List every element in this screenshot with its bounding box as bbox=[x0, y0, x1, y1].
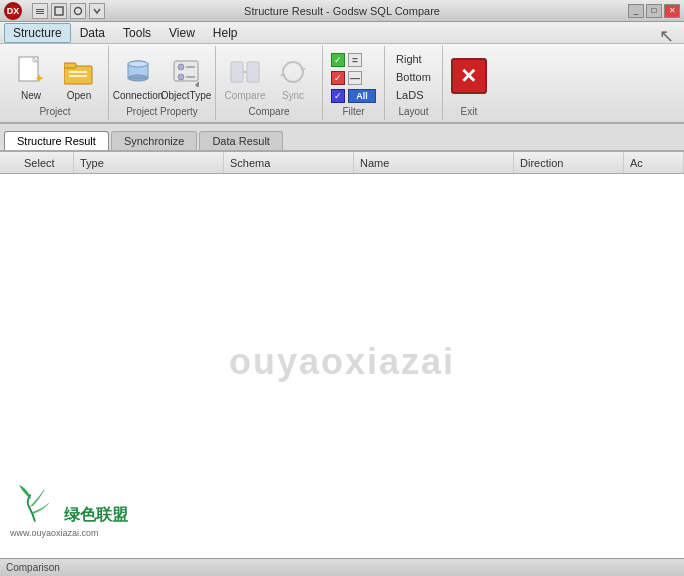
logo-url: www.ouyaoxiazai.com bbox=[10, 528, 99, 538]
svg-point-18 bbox=[178, 64, 184, 70]
projectproperty-group-label: Project Property bbox=[109, 106, 215, 117]
filter-red-button[interactable]: ✓ bbox=[331, 71, 345, 85]
menu-data[interactable]: Data bbox=[71, 23, 114, 43]
svg-text:✦: ✦ bbox=[35, 73, 44, 84]
exit-group-label: Exit bbox=[443, 106, 495, 117]
filter-row-1: ✓ = bbox=[331, 53, 376, 67]
window-controls: _ □ ✕ bbox=[628, 4, 680, 18]
svg-rect-8 bbox=[64, 66, 92, 84]
col-ac: Ac bbox=[624, 152, 684, 173]
layout-right-button[interactable]: Right bbox=[391, 51, 427, 67]
logo-plant: 绿色联盟 bbox=[10, 481, 128, 526]
maximize-button[interactable]: □ bbox=[646, 4, 662, 18]
toolbar-filter-group: ✓ = ✓ — ✓ bbox=[323, 46, 385, 120]
open-button[interactable]: Open bbox=[57, 48, 101, 108]
menu-structure[interactable]: Structure bbox=[4, 23, 71, 43]
toolbar-compare-group: Compare Sync Compare bbox=[216, 46, 323, 120]
svg-rect-3 bbox=[55, 7, 63, 15]
toolbar-exit-group: ✕ Exit bbox=[443, 46, 495, 120]
sync-label: Sync bbox=[282, 90, 304, 101]
new-label: New bbox=[21, 90, 41, 101]
titlebar-icon-2[interactable] bbox=[51, 3, 67, 19]
status-text: Comparison bbox=[6, 562, 60, 573]
menu-tools[interactable]: Tools bbox=[114, 23, 160, 43]
col-direction: Direction bbox=[514, 152, 624, 173]
bottom-watermark: 绿色联盟 www.ouyaoxiazai.com bbox=[10, 481, 128, 538]
titlebar-icon-1[interactable] bbox=[32, 3, 48, 19]
tab-synchronize[interactable]: Synchronize bbox=[111, 131, 198, 150]
layout-lads-button[interactable]: LaDS bbox=[391, 87, 429, 103]
filter-row-2: ✓ — bbox=[331, 71, 376, 85]
layout-group-label: Layout bbox=[385, 106, 442, 117]
filter-equals-button[interactable]: = bbox=[348, 53, 362, 67]
titlebar-icon-4[interactable] bbox=[89, 3, 105, 19]
filter-dash-button[interactable]: — bbox=[348, 71, 362, 85]
open-label: Open bbox=[67, 90, 91, 101]
connection-button[interactable]: Connection bbox=[116, 48, 160, 108]
menu-view[interactable]: View bbox=[160, 23, 204, 43]
plant-icon bbox=[10, 481, 60, 526]
svg-marker-26 bbox=[300, 68, 306, 72]
svg-marker-27 bbox=[280, 72, 286, 76]
new-button[interactable]: ✦ New bbox=[9, 48, 53, 108]
tab-data-result[interactable]: Data Result bbox=[199, 131, 282, 150]
col-type: Type bbox=[74, 152, 224, 173]
svg-marker-22 bbox=[195, 81, 199, 87]
menu-bar: Structure Data Tools View Help bbox=[0, 22, 684, 44]
toolbar: ✦ New Open bbox=[0, 44, 684, 124]
svg-rect-23 bbox=[231, 62, 243, 82]
app-logo: DX bbox=[4, 2, 22, 20]
svg-rect-17 bbox=[174, 61, 198, 81]
watermark-text: ouyaoxiazai bbox=[229, 341, 455, 383]
sync-button[interactable]: Sync bbox=[271, 48, 315, 108]
svg-rect-0 bbox=[36, 9, 44, 10]
exit-button[interactable]: ✕ bbox=[451, 58, 487, 94]
logo-chinese-text: 绿色联盟 bbox=[64, 505, 128, 526]
title-bar: DX Structure Result - Godsw SQL Compare … bbox=[0, 0, 684, 22]
svg-rect-24 bbox=[247, 62, 259, 82]
filter-row-3: ✓ All bbox=[331, 89, 376, 103]
toolbar-projectproperty-group: Connection bbox=[109, 46, 216, 120]
compare-group-label: Compare bbox=[216, 106, 322, 117]
svg-point-4 bbox=[75, 7, 82, 14]
compare-label: Compare bbox=[224, 90, 265, 101]
filter-group-label: Filter bbox=[323, 106, 384, 117]
main-content: ouyaoxiazai 绿色联盟 www.ouyaoxiazai.com bbox=[0, 174, 684, 558]
col-name: Name bbox=[354, 152, 514, 173]
svg-rect-2 bbox=[36, 13, 44, 14]
col-select: Select bbox=[18, 152, 74, 173]
compare-button[interactable]: Compare bbox=[223, 48, 267, 108]
window-title: Structure Result - Godsw SQL Compare bbox=[244, 5, 440, 17]
close-button[interactable]: ✕ bbox=[664, 4, 680, 18]
toolbar-layout-group: Right Bottom LaDS Layout bbox=[385, 46, 443, 120]
status-bar: Comparison bbox=[0, 558, 684, 576]
connection-label: Connection bbox=[113, 90, 164, 101]
column-headers: Select Type Schema Name Direction Ac bbox=[0, 152, 684, 174]
svg-rect-9 bbox=[64, 63, 76, 68]
filter-blue-button[interactable]: ✓ bbox=[331, 89, 345, 103]
titlebar-icon-3[interactable] bbox=[70, 3, 86, 19]
svg-point-19 bbox=[178, 74, 184, 80]
col-schema: Schema bbox=[224, 152, 354, 173]
tab-strip: Structure Result Synchronize Data Result bbox=[0, 124, 684, 152]
menu-help[interactable]: Help bbox=[204, 23, 247, 43]
svg-rect-1 bbox=[36, 11, 44, 12]
layout-bottom-button[interactable]: Bottom bbox=[391, 69, 436, 85]
svg-point-16 bbox=[128, 61, 148, 67]
tab-structure-result[interactable]: Structure Result bbox=[4, 131, 109, 150]
filter-all-button[interactable]: All bbox=[348, 89, 376, 103]
objecttype-button[interactable]: ObjectType bbox=[164, 48, 208, 108]
project-group-label: Project bbox=[2, 106, 108, 117]
minimize-button[interactable]: _ bbox=[628, 4, 644, 18]
filter-green-button[interactable]: ✓ bbox=[331, 53, 345, 67]
objecttype-label: ObjectType bbox=[161, 90, 212, 101]
toolbar-project-group: ✦ New Open bbox=[2, 46, 109, 120]
